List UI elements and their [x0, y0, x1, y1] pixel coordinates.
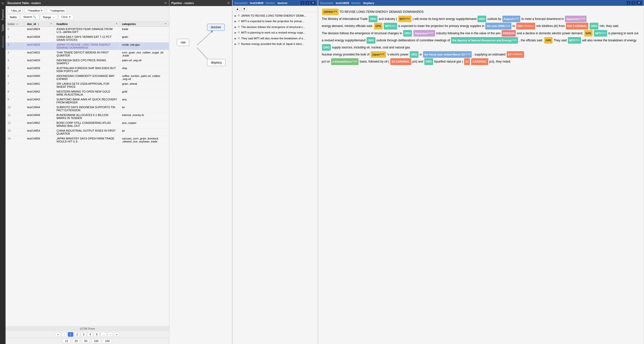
tag-august: August DATE	[502, 16, 521, 22]
doc-view-prev-nav[interactable]: ‹	[301, 1, 305, 5]
cell-index: 3	[6, 50, 25, 58]
cell-doc_id: test/14833	[25, 58, 54, 66]
cell-categories: palm-oil ,veg-oil	[120, 58, 169, 66]
tree-arrow-icon: ▶	[235, 37, 237, 40]
cell-headline: INDONESIA SEES CPO PRICE RISING SHARPLY	[54, 58, 120, 66]
page-prev-button[interactable]: ‹	[62, 332, 67, 337]
pipeline-node-raw[interactable]: raw	[177, 39, 189, 46]
doc-tree-item[interactable]: ▶ ⚙ They said MITI will also review the …	[234, 36, 317, 41]
range-button[interactable]: Range →	[40, 14, 57, 20]
nans-button[interactable]: NaNs	[7, 14, 20, 20]
table-row[interactable]: 9 test/14843 SUMITOMO BANK AIMS AT QUICK…	[6, 97, 169, 105]
cell-categories: trade	[120, 27, 169, 35]
col-header-headline[interactable]: headline ▼	[54, 21, 120, 27]
cell-headline: SUMITOMO BANK AIMS AT QUICK RECOVERY FRO…	[54, 97, 120, 105]
cell-index: 1	[6, 35, 25, 42]
table-row[interactable]: 2 test/14829 JAPAN TO REVISE LONG-TERM E…	[6, 42, 169, 50]
table-row[interactable]: 11 test/14849 BUNDESBANK ALLOCATES 6.1 B…	[6, 113, 169, 121]
col-header-index[interactable]: index ▼	[6, 21, 25, 27]
table-row[interactable]: 0 test/14824 ASIAN EXPORTERS FEAR DAMAGE…	[6, 27, 169, 35]
doc-tree[interactable]: ▶ ⚙ JAPAN TO REVISE LONG-TERM ENERGY DEM…	[233, 12, 318, 344]
page-size-150[interactable]: 150	[103, 339, 112, 343]
search-button[interactable]: Search 🔍	[21, 14, 39, 20]
page-3-button[interactable]: 3	[81, 332, 86, 337]
cell-headline: BUNDESBANK ALLOCATES 6.1 BILLION MARKS I…	[54, 113, 120, 121]
tree-arrow-icon: ▶	[235, 26, 237, 28]
col-header-doc_id[interactable]: doc_id ▼▼	[25, 21, 54, 27]
page-ellipsis[interactable]: ...	[101, 332, 107, 337]
doc-nav-up[interactable]: ▲	[235, 7, 240, 11]
filter-tag-doc_id[interactable]: ✕ doc_id	[8, 8, 22, 13]
pipeline-sidebar-label[interactable]: Pipeline	[1, 8, 5, 21]
tree-node-icon: ⚙	[238, 19, 240, 23]
page-size-100[interactable]: 100	[92, 339, 101, 343]
page-1-button[interactable]: 1	[68, 332, 73, 337]
doc-tree-item[interactable]: ▶ ⚙ Nuclear energy provided the bulk of …	[234, 41, 317, 47]
table-row[interactable]: 3 test/14832 THAI TRADE DEFICIT WIDENS I…	[6, 50, 169, 58]
ner-next-nav[interactable]: ›	[631, 1, 635, 5]
table-row[interactable]: 6 test/14840 INDONESIAN COMMODITY EXCHAN…	[6, 74, 169, 81]
cell-doc_id: test/14829	[25, 42, 54, 50]
doc-view-close[interactable]: ✕	[310, 1, 316, 5]
page-size-50[interactable]: 50	[82, 339, 89, 343]
page-first-button[interactable]: «	[55, 332, 61, 337]
filter-tag-doc_id-remove[interactable]: ✕	[10, 9, 13, 12]
tag-org-6: ORG	[322, 44, 331, 51]
cell-headline: THAI TRADE DEFICIT WIDENS IN FIRST QUART…	[54, 50, 120, 58]
filter-tag-categories-remove[interactable]: ✕	[50, 9, 52, 12]
page-size-20[interactable]: 20	[72, 339, 80, 343]
ner-prev-nav[interactable]: ‹	[627, 1, 631, 5]
table-sidebar-label[interactable]: Table	[1, 23, 5, 33]
page-2-button[interactable]: 2	[74, 332, 80, 337]
cell-doc_id: test/14849	[25, 113, 54, 121]
doc-tree-item[interactable]: ▶ ⚙ JAPAN TO REVISE LONG-TERM ENERGY DEM…	[234, 13, 317, 19]
ner-doc-value: test/14829	[336, 2, 349, 5]
doc-table-close-button[interactable]: ✕	[164, 1, 167, 5]
filter-tag-headline-remove[interactable]: ✕	[27, 9, 29, 12]
doc-view-header: Document: test/14829 Version: doctree ‹ …	[233, 0, 318, 6]
tag-agency-org: the Agency of Natural Resources and Ener…	[451, 37, 518, 44]
ner-header-nav: ‹ › ✕	[627, 1, 642, 5]
filter-tag-headline-dropdown[interactable]: ▼	[40, 9, 43, 12]
table-row[interactable]: 13 test/14854 CHINA INDUSTRIAL OUTPUT RI…	[6, 128, 169, 136]
doc-nav-down[interactable]: ▼	[241, 7, 247, 11]
data-table-container[interactable]: index ▼ doc_id ▼▼ headline ▼ categories …	[6, 21, 169, 326]
page-5-button[interactable]: 5	[94, 332, 100, 337]
cell-categories: acq	[120, 97, 169, 105]
tag-27: 27 CARDINAL	[507, 51, 524, 58]
ner-close[interactable]: ✕	[636, 1, 642, 5]
refresh-icon[interactable]: ↺	[0, 1, 5, 6]
ner-text-body: JAPAN GPE TO REVISE LONG-TERM ENERGY DEM…	[322, 8, 640, 65]
cell-headline: BOND CORP STILL CONSIDERING ATLAS MINING…	[54, 121, 120, 128]
tag-org-8: ORG	[424, 58, 433, 65]
table-row[interactable]: 8 test/14842 WESTERN MINING TO OPEN NEW …	[6, 89, 169, 97]
cell-index: 7	[6, 81, 25, 89]
filter-tag-headline-label: headline	[29, 9, 40, 12]
sessions-sidebar-label[interactable]: Sessions	[1, 35, 5, 49]
page-4-button[interactable]: 4	[87, 332, 93, 337]
table-row[interactable]: 14 test/14858 JAPAN MINISTRY SAYS OPEN F…	[6, 136, 169, 144]
pipeline-node-displacy[interactable]: displacy	[207, 59, 226, 66]
pipeline-node-doctree[interactable]: doctree	[207, 24, 225, 31]
clear-button[interactable]: Clear ✕	[58, 14, 74, 20]
col-header-categories[interactable]: categories ▼	[120, 21, 169, 27]
cell-doc_id: test/14858	[25, 136, 54, 144]
filter-tag-headline[interactable]: ✕ headline ▼	[24, 8, 45, 13]
ner-version-label: Version:	[351, 2, 361, 5]
doc-tree-item[interactable]: ▶ ⚙ MITI is planning to work out a revis…	[234, 30, 317, 36]
filter-tag-categories[interactable]: ✕ categories	[47, 8, 67, 13]
page-last-button[interactable]: »	[114, 332, 119, 337]
pipeline-close-button[interactable]: ✕	[227, 1, 230, 5]
table-row[interactable]: 10 test/14844 SUBROTO SAYS INDONESIA SUP…	[6, 105, 169, 113]
table-row[interactable]: 7 test/14841 SRI LANKA GETS USDA APPROVA…	[6, 81, 169, 89]
page-next-button[interactable]: ›	[108, 332, 113, 337]
doc-tree-item[interactable]: ▶ ⚙ The decision follows the emergence o…	[234, 24, 317, 30]
table-row[interactable]: 4 test/14833 INDONESIA SEES CPO PRICE RI…	[6, 58, 169, 66]
cell-categories: acq ,copper	[120, 121, 169, 128]
page-size-15[interactable]: 15	[63, 339, 70, 343]
doc-tree-item[interactable]: ▶ ⚙ MITI is expected to lower the projec…	[234, 19, 317, 24]
table-row[interactable]: 5 test/14839 AUSTRALIAN FOREIGN SHIP BAN…	[6, 66, 169, 74]
doc-view-next-nav[interactable]: ›	[305, 1, 309, 5]
table-row[interactable]: 12 test/14852 BOND CORP STILL CONSIDERIN…	[6, 121, 169, 128]
table-row[interactable]: 1 test/14828 CHINA DAILY SAYS VERMIN EAT…	[6, 35, 169, 42]
